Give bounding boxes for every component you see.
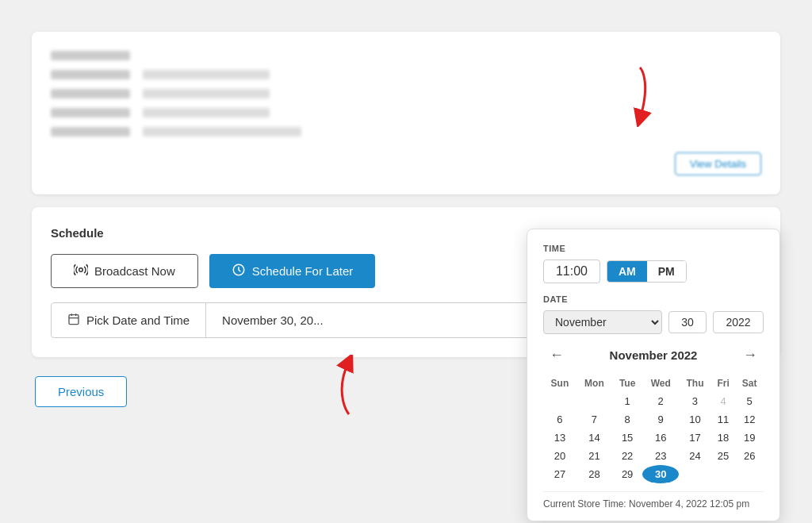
calendar-day[interactable]: 18: [711, 429, 735, 447]
date-section: DATE November JanuaryFebruaryMarch April…: [543, 294, 764, 334]
pm-button[interactable]: PM: [647, 261, 686, 282]
calendar-day[interactable]: 13: [543, 429, 576, 447]
broadcast-now-button[interactable]: Broadcast Now: [51, 254, 198, 288]
label-from-name: [51, 70, 130, 79]
field-row-contact: [51, 51, 761, 60]
calendar-header: ← November 2022 →: [543, 345, 764, 365]
calendar-day[interactable]: 5: [735, 392, 764, 410]
view-details-button[interactable]: View Details: [675, 152, 761, 175]
calendar-day[interactable]: 3: [679, 392, 711, 410]
weekday-thu: Thu: [679, 375, 711, 392]
pick-date-label: Pick Date and Time: [86, 313, 190, 327]
calendar-day[interactable]: [711, 465, 735, 483]
prev-month-button[interactable]: ←: [543, 345, 570, 365]
calendar-day[interactable]: 11: [711, 410, 735, 429]
store-time-note: Current Store Time: November 4, 2022 12:…: [543, 491, 764, 510]
schedule-later-label: Schedule For Later: [252, 264, 354, 278]
calendar-day[interactable]: 9: [642, 410, 679, 429]
field-row-from-name: [51, 70, 761, 79]
calendar-day[interactable]: 16: [642, 429, 679, 447]
weekday-mon: Mon: [576, 375, 612, 392]
time-input[interactable]: 11 : 00: [543, 260, 600, 283]
calendar-day[interactable]: 10: [679, 410, 711, 429]
value-reply-email: [143, 108, 270, 117]
calendar-day[interactable]: 19: [735, 429, 764, 447]
calendar-day[interactable]: 24: [679, 447, 711, 465]
time-section: TIME 11 : 00 AM PM: [543, 244, 764, 283]
calendar-day[interactable]: 14: [576, 429, 612, 447]
calendar-day[interactable]: [679, 465, 711, 483]
calendar-day[interactable]: [576, 392, 612, 410]
value-content: [143, 127, 301, 137]
calendar-day[interactable]: 2: [642, 392, 679, 410]
calendar-day[interactable]: 4: [711, 392, 735, 410]
time-row: 11 : 00 AM PM: [543, 260, 764, 283]
ampm-toggle: AM PM: [607, 260, 687, 283]
label-from-email: [51, 89, 130, 98]
field-row-from-email: [51, 89, 761, 98]
label-contact: [51, 51, 130, 60]
broadcast-icon: [74, 263, 88, 279]
pick-date-row[interactable]: Pick Date and Time November 30, 20...: [51, 302, 542, 338]
calendar-day[interactable]: 28: [576, 465, 612, 483]
pick-date-value: November 30, 20...: [206, 304, 542, 336]
svg-point-0: [79, 268, 83, 272]
date-label: DATE: [543, 294, 764, 304]
weekday-sun: Sun: [543, 375, 576, 392]
time-minute: 00: [573, 264, 588, 279]
previous-button[interactable]: Previous: [35, 376, 127, 407]
next-month-button[interactable]: →: [737, 345, 764, 365]
calendar-day[interactable]: 20: [543, 447, 576, 465]
calendar-day[interactable]: 17: [679, 429, 711, 447]
calendar-popup: TIME 11 : 00 AM PM DATE November January…: [527, 229, 780, 521]
time-label: TIME: [543, 244, 764, 253]
weekday-fri: Fri: [711, 375, 735, 392]
value-from-email: [143, 89, 270, 98]
info-card: View Details: [32, 32, 780, 194]
calendar-day[interactable]: 30: [642, 465, 679, 483]
label-content: [51, 127, 130, 137]
am-button[interactable]: AM: [607, 261, 647, 282]
schedule-for-later-button[interactable]: Schedule For Later: [209, 254, 376, 288]
calendar-day[interactable]: 21: [576, 447, 612, 465]
field-row-reply-email: [51, 108, 761, 117]
month-year-label: November 2022: [610, 348, 698, 362]
weekday-tue: Tue: [612, 375, 642, 392]
calendar-icon: [67, 313, 80, 328]
calendar-day[interactable]: 29: [612, 465, 642, 483]
calendar-day[interactable]: [735, 465, 764, 483]
calendar-day[interactable]: 8: [612, 410, 642, 429]
value-from-name: [143, 70, 270, 79]
calendar-day[interactable]: 15: [612, 429, 642, 447]
time-hour: 11: [556, 264, 570, 279]
calendar-grid: Sun Mon Tue Wed Thu Fri Sat 123456789101…: [543, 375, 764, 483]
year-input[interactable]: [713, 311, 764, 333]
calendar-day[interactable]: 22: [612, 447, 642, 465]
broadcast-now-label: Broadcast Now: [94, 264, 175, 278]
calendar-day[interactable]: 12: [735, 410, 764, 429]
calendar-day[interactable]: [543, 392, 576, 410]
calendar-day[interactable]: 7: [576, 410, 612, 429]
calendar-day[interactable]: 26: [735, 447, 764, 465]
weekday-wed: Wed: [642, 375, 679, 392]
calendar-day[interactable]: 27: [543, 465, 576, 483]
date-row: November JanuaryFebruaryMarch AprilMayJu…: [543, 310, 764, 334]
calendar-day[interactable]: 1: [612, 392, 642, 410]
clock-icon: [232, 263, 246, 279]
weekday-sat: Sat: [735, 375, 764, 392]
calendar-day[interactable]: 23: [642, 447, 679, 465]
field-row-content: [51, 127, 761, 137]
month-select[interactable]: November JanuaryFebruaryMarch AprilMayJu…: [543, 310, 662, 334]
svg-rect-2: [69, 315, 79, 325]
calendar-day[interactable]: 25: [711, 447, 735, 465]
label-reply-email: [51, 108, 130, 117]
day-input[interactable]: [668, 311, 707, 333]
calendar-day[interactable]: 6: [543, 410, 576, 429]
pick-date-left: Pick Date and Time: [52, 303, 206, 337]
